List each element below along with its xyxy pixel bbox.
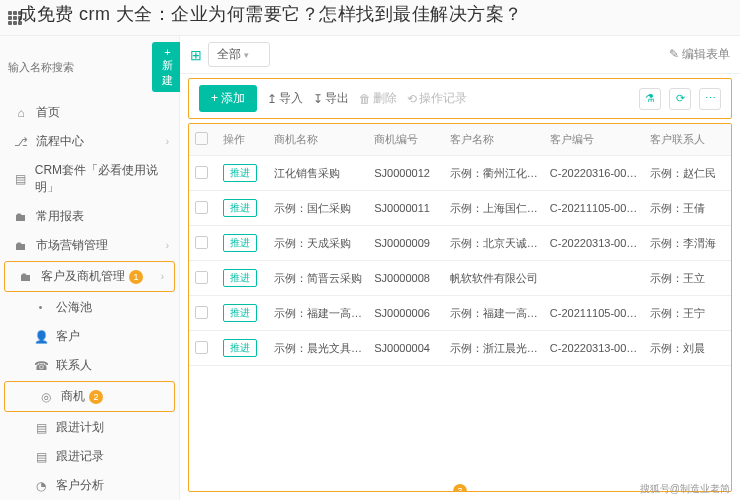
sidebar: + 新建 ⌂首页⎇流程中心›▤CRM套件「必看使用说明」🖿常用报表🖿市场营销管理… [0,36,180,500]
table-row[interactable]: 推进示例：福建一高3月订单SJ0000006示例：福建一高集团C-2021110… [189,296,731,331]
cell-contact: 示例：赵仁民 [644,156,731,191]
table-row[interactable]: 推进示例：简晋云采购SJ0000008帆软软件有限公司示例：王立 [189,261,731,296]
nav-icon: 🖿 [14,210,28,224]
filter-icon-button[interactable]: ⚗ [639,88,661,110]
column-header[interactable]: 客户编号 [544,124,644,156]
cell-contact: 示例：王宁 [644,296,731,331]
row-checkbox[interactable] [195,271,208,284]
select-all-checkbox[interactable] [195,132,208,145]
history-link[interactable]: ⟲ 操作记录 [407,90,467,107]
nav-item[interactable]: ☎联系人 [0,351,179,380]
advance-button[interactable]: 推进 [223,269,257,287]
nav-item[interactable]: 🖿市场营销管理› [0,231,179,260]
table-row[interactable]: 推进示例：晨光文具设备…SJ0000004示例：浙江晨光文具…C-2022031… [189,331,731,366]
column-header[interactable]: 客户名称 [444,124,544,156]
column-header[interactable]: 客户联系人 [644,124,731,156]
footer-attribution: 搜狐号@制造业老简 [640,482,730,496]
cell-ccode [544,261,644,296]
cell-customer: 示例：上海国仁有限… [444,191,544,226]
nav-label: 客户分析 [56,477,104,494]
nav-label: 商机 [61,388,85,405]
nav-item[interactable]: ▤跟进记录 [0,442,179,471]
chevron-icon: › [161,271,164,282]
cell-name: 示例：简晋云采购 [268,261,368,296]
nav-icon: ◎ [39,390,53,404]
more-icon-button[interactable]: ⋯ [699,88,721,110]
cell-code: SJ0000008 [368,261,443,296]
advance-button[interactable]: 推进 [223,234,257,252]
cell-name: 示例：福建一高3月订单 [268,296,368,331]
column-header[interactable] [189,124,217,156]
nav-icon: ⎇ [14,135,28,149]
cell-name: 示例：国仁采购 [268,191,368,226]
cell-code: SJ0000006 [368,296,443,331]
import-link[interactable]: ↥ 导入 [267,90,303,107]
cell-name: 江化销售采购 [268,156,368,191]
column-header[interactable]: 商机编号 [368,124,443,156]
search-input[interactable] [8,55,146,79]
row-checkbox[interactable] [195,341,208,354]
filter-select[interactable]: 全部 ▾ [208,42,270,67]
nav-item[interactable]: ◎商机2 [4,381,175,412]
nav-item[interactable]: ⎇流程中心› [0,127,179,156]
cell-customer: 示例：福建一高集团 [444,296,544,331]
refresh-icon-button[interactable]: ⟳ [669,88,691,110]
nav-icon: 🖿 [14,239,28,253]
cell-contact: 示例：王倩 [644,191,731,226]
main-area: ⊞ 全部 ▾ ✎ 编辑表单 + 添加 ↥ 导入 ↧ 导出 🗑 删除 ⟲ 操作记录… [180,36,740,500]
nav-icon: 🖿 [19,270,33,284]
nav-label: CRM套件「必看使用说明」 [35,162,169,196]
column-header[interactable]: 操作 [217,124,268,156]
add-button[interactable]: + 添加 [199,85,257,112]
nav-label: 客户及商机管理 [41,268,125,285]
chevron-icon: › [166,240,169,251]
nav-item[interactable]: ◔客户分析 [0,471,179,500]
nav-item[interactable]: ⌂首页 [0,98,179,127]
table-row[interactable]: 推进示例：国仁采购SJ0000011示例：上海国仁有限…C-20211105-0… [189,191,731,226]
nav-label: 客户 [56,328,80,345]
table-row[interactable]: 推进江化销售采购SJ0000012示例：衢州江化集团C-20220316-000… [189,156,731,191]
delete-link[interactable]: 🗑 删除 [359,90,397,107]
nav-label: 流程中心 [36,133,84,150]
nav-icon: ▤ [34,450,48,464]
row-checkbox[interactable] [195,166,208,179]
export-link[interactable]: ↧ 导出 [313,90,349,107]
annotation-badge: 2 [89,390,103,404]
new-button[interactable]: + 新建 [152,42,183,92]
nav-label: 首页 [36,104,60,121]
nav-item[interactable]: ▤CRM套件「必看使用说明」 [0,156,179,202]
nav-label: 公海池 [56,299,92,316]
advance-button[interactable]: 推进 [223,304,257,322]
column-header[interactable]: 商机名称 [268,124,368,156]
nav-icon: ☎ [34,359,48,373]
table-row[interactable]: 推进示例：天成采购SJ0000009示例：北京天诚软件…C-20220313-0… [189,226,731,261]
nav-label: 跟进记录 [56,448,104,465]
nav-item[interactable]: 👤客户 [0,322,179,351]
nav-label: 市场营销管理 [36,237,108,254]
row-checkbox[interactable] [195,201,208,214]
advance-button[interactable]: 推进 [223,199,257,217]
annotation-badge: 1 [129,270,143,284]
cell-contact: 示例：刘晨 [644,331,731,366]
nav-label: 跟进计划 [56,419,104,436]
nav-item[interactable]: 🖿常用报表 [0,202,179,231]
advance-button[interactable]: 推进 [223,339,257,357]
grid-icon: ⊞ [190,47,202,63]
cell-contact: 示例：王立 [644,261,731,296]
annotation-3: 3 [453,484,467,492]
nav-icon: ⌂ [14,106,28,120]
page-overlay-title: 成免费 crm 大全：企业为何需要它？怎样找到最佳解决方案？ [18,2,730,26]
row-checkbox[interactable] [195,306,208,319]
cell-customer: 示例：衢州江化集团 [444,156,544,191]
chevron-icon: › [166,136,169,147]
nav-item[interactable]: 🞄公海池 [0,293,179,322]
cell-customer: 示例：北京天诚软件… [444,226,544,261]
cell-code: SJ0000004 [368,331,443,366]
row-checkbox[interactable] [195,236,208,249]
edit-form-link[interactable]: ✎ 编辑表单 [669,46,730,63]
advance-button[interactable]: 推进 [223,164,257,182]
nav-item[interactable]: ▤跟进计划 [0,413,179,442]
cell-code: SJ0000011 [368,191,443,226]
nav-label: 联系人 [56,357,92,374]
nav-item[interactable]: 🖿客户及商机管理1› [4,261,175,292]
